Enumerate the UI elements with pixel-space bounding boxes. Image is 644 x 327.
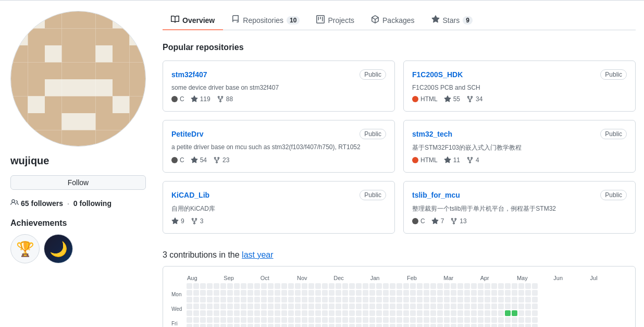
contrib-cell: [288, 317, 294, 323]
contrib-cell: [356, 324, 362, 327]
contrib-cell: [491, 310, 497, 316]
contrib-cell: [336, 283, 341, 289]
contrib-cell: [288, 310, 294, 316]
repo-desc-1: some device driver base on stm32f407: [171, 84, 386, 91]
contrib-cell: [491, 324, 497, 327]
contrib-cell: [207, 304, 213, 309]
contrib-cell: [342, 304, 348, 309]
contrib-cell: [471, 304, 477, 309]
tab-stars[interactable]: Stars 9: [423, 11, 481, 30]
contrib-week: [525, 283, 531, 327]
repo-lang-2: HTML: [412, 95, 438, 103]
contrib-cell: [193, 324, 199, 327]
contrib-cell: [518, 290, 524, 296]
contrib-cell: [437, 317, 443, 323]
repo-name-1[interactable]: stm32f407: [171, 70, 207, 79]
contrib-cell: [342, 317, 348, 323]
contrib-cell: [369, 304, 375, 309]
contrib-cell: [261, 310, 267, 316]
lang-dot-3: [171, 157, 178, 163]
tab-overview[interactable]: Overview: [163, 11, 223, 30]
contrib-cell: [356, 297, 362, 302]
contrib-cell: [403, 304, 409, 309]
contrib-cell: [247, 304, 253, 309]
contrib-cell: [498, 304, 504, 309]
contrib-cell: [464, 324, 470, 327]
contrib-cell: [444, 304, 450, 309]
followers-count[interactable]: 65 followers: [21, 199, 63, 208]
contrib-cell: [410, 304, 416, 309]
contrib-cell: [214, 317, 219, 323]
tab-repositories[interactable]: Repositories 10: [223, 11, 308, 30]
tab-projects[interactable]: Projects: [308, 11, 363, 30]
contrib-cell: [403, 317, 409, 323]
contrib-cell: [444, 324, 450, 327]
contrib-cell: [193, 310, 199, 316]
repo-name-6[interactable]: tslib_for_mcu: [412, 191, 460, 199]
contrib-cell: [383, 283, 389, 289]
contrib-cell: [403, 310, 409, 316]
contrib-cell: [336, 304, 341, 309]
achievement-badge-2[interactable]: 🌙: [44, 234, 73, 263]
contrib-cell: [187, 317, 192, 323]
contrib-cell: [451, 297, 456, 302]
contrib-cell: [254, 310, 260, 316]
repo-forks-3: 23: [213, 156, 229, 164]
following-label: following: [80, 199, 112, 208]
last-year-link[interactable]: last year: [242, 250, 273, 259]
contrib-cell: [451, 310, 456, 316]
achievement-badge-1[interactable]: 🏆: [10, 234, 40, 263]
contrib-cell: [356, 283, 362, 289]
contrib-week: [227, 283, 233, 327]
contrib-cell: [336, 310, 341, 316]
contrib-cell: [417, 290, 423, 296]
contrib-cell: [390, 297, 395, 302]
tab-overview-label: Overview: [182, 16, 215, 25]
contrib-cell: [403, 283, 409, 289]
repo-stars-1: 119: [191, 95, 210, 103]
contrib-cell: [220, 283, 226, 289]
contrib-cell: [424, 297, 429, 302]
contrib-cell: [464, 310, 470, 316]
contrib-cell: [241, 317, 246, 323]
contrib-cell: [275, 297, 280, 302]
contrib-cell: [220, 304, 226, 309]
tab-packages[interactable]: Packages: [363, 11, 423, 30]
repo-name-4[interactable]: stm32_tech: [412, 130, 452, 138]
repo-forks-1: 88: [217, 95, 233, 103]
repo-name-2[interactable]: F1C200S_HDK: [412, 70, 463, 79]
contrib-cell: [220, 290, 226, 296]
lang-dot-2: [412, 96, 418, 102]
contrib-week: [457, 283, 463, 327]
contrib-cell: [329, 324, 335, 327]
contrib-cell: [322, 317, 328, 323]
contrib-cell: [207, 297, 213, 302]
repo-visibility-4: Public: [600, 129, 627, 139]
contrib-cell: [207, 324, 213, 327]
repo-stars-6: 7: [431, 217, 444, 225]
contrib-cell: [491, 317, 497, 323]
repo-name-3[interactable]: PetiteDrv: [171, 130, 203, 138]
repo-card-6: tslib_for_mcu Public 整理裁剪一个tslib用于单片机平台，…: [403, 181, 636, 234]
contrib-week: [281, 283, 287, 327]
contrib-cell: [424, 304, 429, 309]
contrib-cell: [424, 324, 429, 327]
following-count[interactable]: 0 following: [73, 199, 112, 208]
tab-repositories-label: Repositories: [243, 16, 283, 25]
contrib-cell: [329, 310, 335, 316]
contrib-cell: [295, 324, 301, 327]
contrib-cell: [349, 310, 355, 316]
contrib-cell: [200, 283, 206, 289]
contrib-cell: [234, 304, 240, 309]
contrib-cell: [437, 290, 443, 296]
contrib-cell: [363, 297, 368, 302]
follow-button[interactable]: Follow: [10, 175, 146, 190]
contrib-cell: [356, 290, 362, 296]
contrib-week: [220, 283, 226, 327]
contrib-cell: [295, 290, 301, 296]
contrib-cell: [451, 290, 456, 296]
contrib-cell: [227, 297, 233, 302]
people-icon: [10, 198, 19, 208]
repo-name-5[interactable]: KiCAD_Lib: [171, 191, 209, 199]
contrib-week: [349, 283, 355, 327]
